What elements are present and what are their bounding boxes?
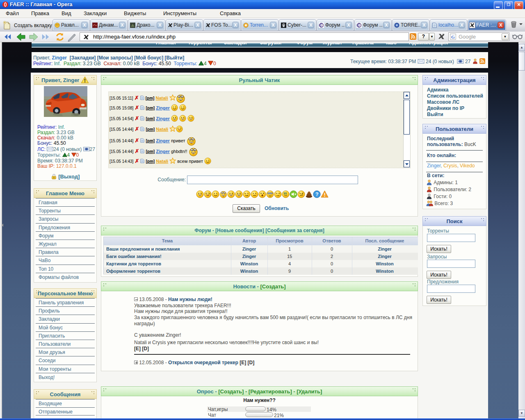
svg-text:Ф: Ф: [320, 23, 323, 27]
svg-text:Ф: Ф: [358, 23, 361, 27]
svg-text:G: G: [451, 34, 455, 39]
